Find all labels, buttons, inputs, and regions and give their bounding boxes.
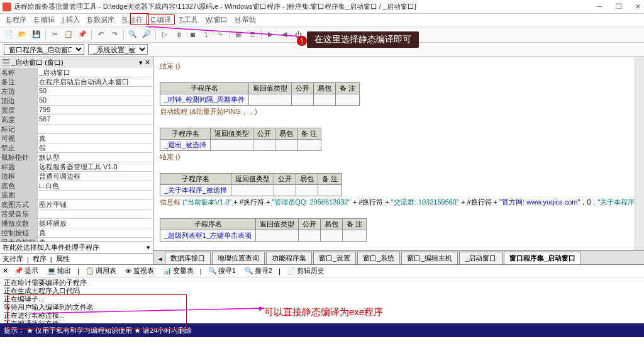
statusbar: 提示： ★ 仅用于私有和学习编程知识使用 ★ 请24小时内删除 [0,323,644,337]
event-selector[interactable]: 在此处选择加入事件处理子程序▾ [0,242,153,253]
tab-program[interactable]: 程序 [33,254,47,264]
new-icon[interactable]: 📄 [3,28,15,41]
menu-数据库[interactable]: B.数据库 [84,14,118,25]
property-row[interactable]: 鼠标指针默认型 [0,153,153,162]
menu-帮助[interactable]: H.帮助 [231,14,260,25]
menu-编译[interactable]: C.编译 [147,14,175,25]
procedure-combo[interactable]: _系统设置_被选择 [88,44,148,55]
tab-search1[interactable]: 🔍搜寻1 [206,265,238,276]
property-row[interactable]: 底色□ 白色 [0,181,153,191]
property-row[interactable]: 标题远程服务器管理工具 V1.0 [0,162,153,172]
property-grid[interactable]: 名称_启动窗口备注在程序启动后自动调入本窗口左边50顶边50宽度799高度567… [0,68,153,242]
editor-tab[interactable]: 窗口_设置 [313,252,356,264]
tab-search2[interactable]: 🔍搜寻2 [242,265,275,276]
editor-tab[interactable]: _启动窗口 [459,252,502,264]
copy-icon[interactable]: 📋 [62,28,75,41]
tab-support[interactable]: 支持库 [3,254,23,264]
redo-icon[interactable]: ↷ [108,28,121,41]
bookmarknext-icon[interactable]: ◀ [278,28,291,41]
sub-table-3: 子程序名返回值类型公开易包备 注 _关于本程序_被选择 [160,173,342,196]
property-row[interactable]: 禁止假 [0,143,153,153]
stop-icon[interactable]: ⏹ [186,28,199,41]
sub-table-4: 子程序名返回值类型公开易包备 注 _超级列表框1_左键单击表项 [160,218,367,242]
editor-tab[interactable]: 数据库接口 [165,252,211,264]
form-icon[interactable]: ▦ [232,28,245,41]
window-title: 远程给服务器批量管理工具 - D:\edge浏览器下载内容\11327\源码.e… [14,2,416,11]
tab-clipboard[interactable]: 📄剪辑历史 [284,265,327,276]
step-icon[interactable]: ⤵ [200,28,213,41]
annotation-text-2: 可以直接静态编译为exe程序 [264,306,383,318]
property-row[interactable]: 备注在程序启动后自动调入本窗口 [0,77,153,87]
property-row[interactable]: 宽度799 [0,106,153,115]
minimize-button[interactable]: ─ [596,3,604,11]
maximize-button[interactable]: ❐ [615,3,623,11]
menu-插入[interactable]: I.插入 [58,14,84,25]
property-row[interactable]: 顶边50 [0,96,153,106]
window-titlebar: 远程给服务器批量管理工具 - D:\edge浏览器下载内容\11327\源码.e… [0,0,644,14]
property-row[interactable]: 标记 [0,125,153,134]
property-row[interactable]: 名称_启动窗口 [0,68,153,77]
editor-tab[interactable]: 窗口程序集_启动窗口 [504,252,581,264]
editor-tab[interactable]: 地理位置查询 [212,252,265,264]
editor-scrollbar[interactable] [635,57,644,250]
menu-运行[interactable]: R.运行 [118,14,147,25]
property-row[interactable]: 背景音乐 [0,209,153,219]
tab-hints[interactable]: 📌提示 [12,265,41,276]
bookmark-icon[interactable]: ▶ [264,28,277,41]
save-icon[interactable]: 💾 [30,28,43,41]
panel-close-icon[interactable]: ✕ [3,267,8,275]
tab-vars[interactable]: 📊变量表 [160,265,196,276]
editor-tab[interactable]: 功能程序集 [266,252,312,264]
cut-icon[interactable]: ✂ [48,28,61,41]
tab-output[interactable]: 💻输出 [45,265,74,276]
menu-工具[interactable]: T.工具 [175,14,202,25]
panel-title-icon: ▤ _启动窗口 (窗口) [3,58,64,67]
property-row[interactable]: 左边50 [0,87,153,96]
menu-窗口[interactable]: W.窗口 [202,14,231,25]
editor-tab[interactable]: 窗口_系统 [357,252,400,264]
property-row[interactable]: 高度567 [0,115,153,125]
property-row[interactable]: 播放次数循环播放 [0,219,153,228]
status-text: 提示： ★ 仅用于私有和学习编程知识使用 ★ 请24小时内删除 [4,326,192,335]
sub-table-1: 子程序名返回值类型公开易包备 注 _时钟_检测间隔_周期事件 [160,82,360,106]
paste-icon[interactable]: 📌 [76,28,89,41]
tab-calltable[interactable]: 📋调用表 [83,265,119,276]
menubar: E.程序E.编辑I.插入B.数据库R.运行C.编译T.工具W.窗口H.帮助 [0,14,644,26]
code-editor[interactable]: 结束 () 子程序名返回值类型公开易包备 注 _时钟_检测间隔_周期事件 启动线… [153,57,644,250]
open-icon[interactable]: 📂 [16,28,29,41]
module-combo[interactable]: 窗口程序集_启动窗口 [4,44,84,55]
property-row[interactable]: 底图方式图片平铺 [0,200,153,209]
editor-tabs: ◂数据库接口地理位置查询功能程序集窗口_设置窗口_系统窗口_编辑主机_启动窗口窗… [153,250,644,264]
app-icon [3,3,11,11]
sub-table-2: 子程序名返回值类型公开易包备 注 _退出_被选择 [160,128,321,151]
menu-程序[interactable]: E.程序 [3,14,30,25]
library-tabs: 支持库| 程序| 属性 [0,253,153,264]
annotation-badge-1: 1 [297,36,307,46]
annotation-tooltip-1: 在这里选择静态编译即可 [307,31,419,48]
property-row[interactable]: 可视真 [0,134,153,143]
panel-menu-icon[interactable]: ▾ ✕ [139,59,150,67]
properties-panel: ▤ _启动窗口 (窗口) ▾ ✕ 名称_启动窗口备注在程序启动后自动调入本窗口左… [0,57,153,264]
property-row[interactable]: 边框普通可调边框 [0,172,153,181]
menu-编辑[interactable]: E.编辑 [30,14,58,25]
run-icon[interactable]: ▷ [158,28,171,41]
code-icon[interactable]: ≣ [246,28,258,41]
tab-watch[interactable]: 👁监视表 [123,265,157,276]
property-row[interactable]: 底图 [0,191,153,200]
tab-properties[interactable]: 属性 [56,254,70,264]
stepover-icon[interactable]: ⤷ [214,28,226,41]
property-row[interactable]: 控制按钮真 [0,228,153,238]
find-icon[interactable]: 🔍 [126,28,139,41]
undo-icon[interactable]: ↶ [94,28,107,41]
findnext-icon[interactable]: 🔎 [140,28,153,41]
editor-tab[interactable]: 窗口_编辑主机 [401,252,458,264]
close-button[interactable]: ✕ [634,3,641,11]
pause-icon[interactable]: ⏸ [172,28,185,41]
